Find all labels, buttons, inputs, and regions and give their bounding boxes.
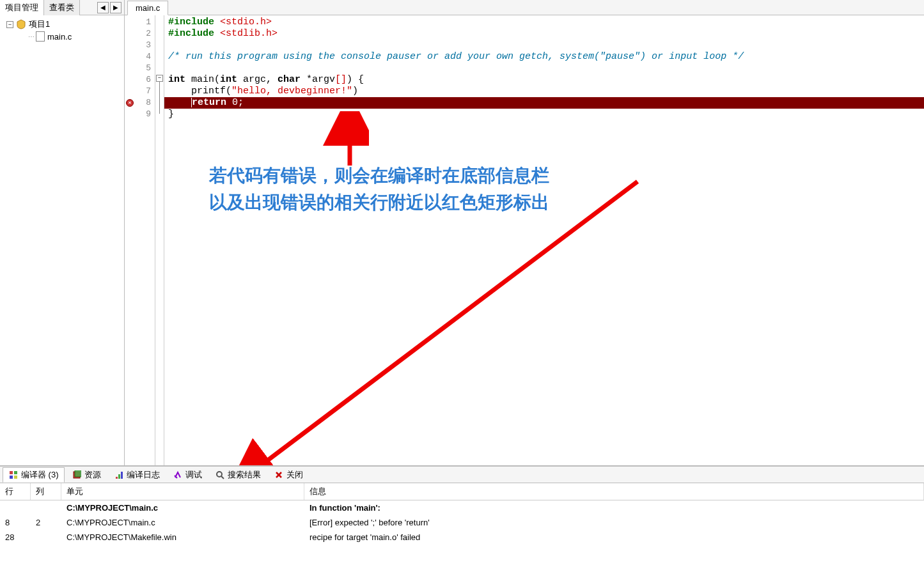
svg-rect-8 — [116, 477, 118, 479]
cell-unit: C:\MYPROJECT\Makefile.win — [61, 531, 304, 543]
cell-unit: C:\MYPROJECT\main.c — [61, 516, 304, 529]
project-icon — [16, 19, 26, 29]
line-number: 4 — [125, 51, 155, 63]
tab-project-mgmt[interactable]: 项目管理 — [0, 0, 44, 15]
cell-unit: C:\MYPROJECT\main.c — [61, 502, 304, 514]
svg-rect-4 — [10, 476, 13, 479]
editor-tab-mainc[interactable]: main.c — [127, 1, 168, 15]
cell-msg: recipe for target 'main.o' failed — [304, 531, 924, 543]
search-icon — [215, 470, 225, 480]
line-number-gutter: 1 2 3 4 5 6 7 × 8 9 — [125, 15, 155, 465]
resource-icon — [72, 470, 82, 480]
cell-line: 28 — [0, 531, 31, 543]
compiler-output-table[interactable]: 行 列 单元 信息 C:\MYPROJECT\main.cIn function… — [0, 483, 924, 581]
line-number: 1 — [125, 17, 155, 28]
file-icon — [36, 31, 45, 42]
tree-connector-icon: ⋯ — [28, 33, 32, 40]
tab-resource[interactable]: 资源 — [66, 467, 107, 483]
cell-col: 2 — [31, 516, 61, 529]
svg-rect-3 — [14, 471, 17, 474]
line-number: 2 — [125, 28, 155, 40]
cell-col — [31, 502, 61, 514]
svg-point-11 — [217, 472, 222, 477]
header-msg[interactable]: 信息 — [304, 483, 924, 500]
header-col[interactable]: 列 — [31, 483, 61, 500]
editor-area: main.c 1 2 3 4 5 6 7 × 8 9 — [125, 0, 924, 465]
arrow-down-icon — [228, 175, 650, 465]
file-name-label: main.c — [47, 32, 72, 42]
fold-toggle-icon[interactable]: − — [156, 75, 163, 82]
fold-line — [159, 82, 160, 114]
cell-msg: [Error] expected ';' before 'return' — [304, 516, 924, 529]
bottom-tabstrip: 编译器 (3) 资源 编译日志 调试 — [0, 467, 924, 483]
line-number: 6 — [125, 74, 155, 86]
tree-file-node[interactable]: ⋯ main.c — [1, 31, 123, 42]
close-icon — [274, 470, 284, 480]
log-icon — [114, 470, 124, 480]
line-number: 7 — [125, 86, 155, 97]
svg-rect-10 — [121, 472, 123, 479]
svg-rect-5 — [14, 476, 17, 479]
line-number: 9 — [125, 109, 155, 120]
editor-tabstrip: main.c — [125, 0, 924, 15]
header-line[interactable]: 行 — [0, 483, 31, 500]
project-sidebar: 项目管理 查看类 ◀ ▶ − 项目1 ⋯ main.c — [0, 0, 125, 465]
cell-line — [0, 502, 31, 514]
tree-project-node[interactable]: − 项目1 — [1, 18, 123, 31]
tab-close[interactable]: 关闭 — [268, 467, 309, 483]
line-number: 5 — [125, 63, 155, 74]
table-row[interactable]: 28C:\MYPROJECT\Makefile.winrecipe for ta… — [0, 530, 924, 545]
cell-line: 8 — [0, 516, 31, 529]
tab-compile-log[interactable]: 编译日志 — [108, 467, 166, 483]
compiler-icon — [8, 470, 19, 480]
svg-rect-7 — [75, 470, 81, 477]
nav-prev-button[interactable]: ◀ — [97, 2, 109, 13]
tab-search-result[interactable]: 搜索结果 — [209, 467, 267, 483]
project-name-label: 项目1 — [29, 19, 50, 30]
tab-view-class[interactable]: 查看类 — [44, 0, 80, 15]
table-row[interactable]: C:\MYPROJECT\main.cIn function 'main': — [0, 500, 924, 515]
line-number: 3 — [125, 40, 155, 51]
table-row[interactable]: 82C:\MYPROJECT\main.c[Error] expected ';… — [0, 515, 924, 530]
cell-msg: In function 'main': — [304, 502, 924, 514]
code-editor[interactable]: 1 2 3 4 5 6 7 × 8 9 − — [125, 15, 924, 465]
annotation-text: 若代码有错误，则会在编译时在底部信息栏 以及出现错误的相关行附近以红色矩形标出 — [209, 162, 549, 216]
table-header: 行 列 单元 信息 — [0, 483, 924, 500]
collapse-icon[interactable]: − — [6, 21, 13, 28]
svg-line-1 — [247, 182, 638, 465]
code-content[interactable]: #include <stdio.h> #include <stdlib.h> /… — [164, 15, 924, 465]
tab-debug[interactable]: 调试 — [167, 467, 208, 483]
debug-icon — [173, 470, 183, 480]
fold-gutter: − — [155, 15, 164, 465]
tab-compiler[interactable]: 编译器 (3) — [3, 467, 65, 483]
bottom-panel: 编译器 (3) 资源 编译日志 调试 — [0, 466, 924, 581]
nav-next-button[interactable]: ▶ — [110, 2, 121, 13]
svg-rect-9 — [118, 474, 120, 479]
project-tree: − 项目1 ⋯ main.c — [0, 15, 124, 465]
cell-col — [31, 531, 61, 543]
line-number: × 8 — [125, 97, 155, 109]
svg-rect-2 — [10, 471, 13, 474]
sidebar-tabstrip: 项目管理 查看类 ◀ ▶ — [0, 0, 124, 15]
header-unit[interactable]: 单元 — [61, 483, 304, 500]
svg-line-12 — [221, 476, 224, 479]
error-marker-icon[interactable]: × — [126, 99, 134, 107]
error-highlighted-line[interactable]: return 0; — [164, 97, 924, 109]
